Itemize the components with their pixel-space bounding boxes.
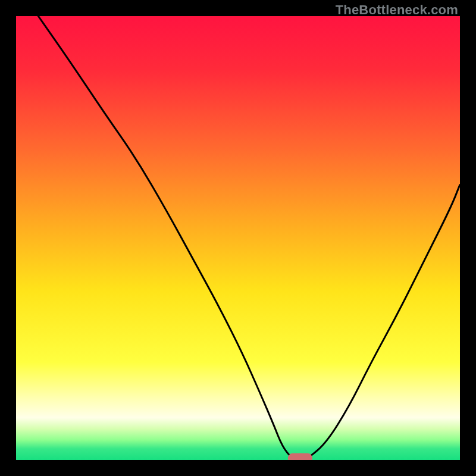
chart-frame: TheBottleneck.com — [0, 0, 476, 476]
optimal-marker — [288, 453, 312, 460]
gradient-background — [16, 16, 460, 460]
plot-area — [16, 16, 460, 460]
plot-svg — [16, 16, 460, 460]
